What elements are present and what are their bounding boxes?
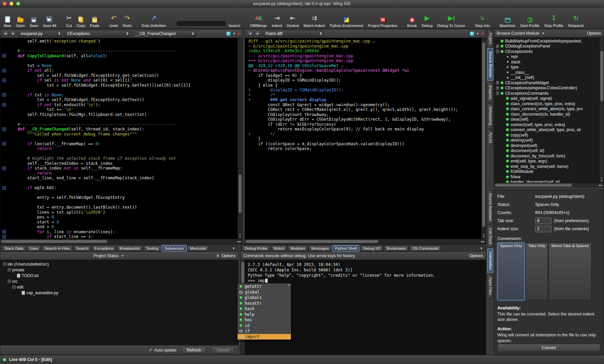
tab-breakpoints[interactable]: Breakpoints bbox=[117, 245, 143, 251]
tree-row[interactable]: -CExceptionInfo bbox=[494, 49, 599, 54]
toolbar-item-new[interactable]: New bbox=[1, 9, 13, 28]
toolbar-item-indent[interactable]: ⇥Indent bbox=[269, 9, 284, 28]
scrollbar-thumb[interactable] bbox=[246, 240, 378, 243]
fold-marker[interactable]: − bbox=[2, 166, 6, 170]
tree-row[interactable]: class_disconnect(cls, handler_id) bbox=[494, 112, 599, 117]
autocomplete-item[interactable]: hex bbox=[238, 317, 291, 323]
tab-testing[interactable]: Testing bbox=[143, 245, 161, 251]
fold-marker[interactable]: − bbox=[2, 230, 6, 234]
expander-icon[interactable]: - bbox=[496, 50, 499, 53]
autocomplete-item[interactable]: hash bbox=[238, 306, 291, 312]
forward-button[interactable]: ▶ bbox=[255, 31, 261, 36]
tree-row[interactable]: class_connect_while_alive(cls, type, pro bbox=[494, 107, 599, 112]
toolbar-item-cut[interactable]: ✂Cut bbox=[64, 9, 74, 28]
horizontal-scrollbar[interactable] bbox=[494, 183, 604, 187]
svn-view-dropdown[interactable]: Project Status bbox=[93, 253, 119, 258]
browse-mode-dropdown[interactable]: Browse Current Module bbox=[497, 31, 539, 36]
autocomplete-item[interactable]: if bbox=[238, 328, 291, 334]
shell-prompt-line[interactable]: >>> imp bbox=[248, 278, 435, 283]
tree-row[interactable]: -private bbox=[2, 267, 237, 273]
cancel-button[interactable]: Cancel bbox=[212, 346, 234, 354]
chevron-down-icon[interactable]: ▼ bbox=[476, 32, 479, 35]
tree-row[interactable]: connect(self, type, proc, extra) bbox=[494, 122, 599, 127]
editor-tools-icon[interactable] bbox=[470, 31, 474, 36]
scrollbar-thumb[interactable] bbox=[495, 184, 572, 187]
tab-debug-probe[interactable]: Debug Probe bbox=[242, 245, 270, 251]
tree-row[interactable]: clear(self) bbox=[494, 117, 599, 122]
symbol-dropdown[interactable]: __CB_FrameChanged bbox=[132, 30, 196, 37]
toolbar-item-paste[interactable]: Paste bbox=[88, 9, 102, 28]
auto-update-checkbox[interactable]: ✓ Auto-update bbox=[149, 347, 176, 353]
tree-row[interactable]: disconnect(self, id) bbox=[494, 148, 599, 154]
scrollbar-arrows-icon[interactable] bbox=[481, 240, 485, 243]
scroll-down-icon[interactable]: ▼ bbox=[288, 337, 290, 340]
expander-icon[interactable]: + bbox=[496, 87, 499, 90]
toolbar-item-start-profile[interactable]: Start Profile bbox=[518, 9, 542, 28]
titlebar[interactable]: excpanel.py (debug/client): ide-5.0-qt.w… bbox=[0, 0, 604, 7]
tree-row[interactable]: BuildMarkupFromExceptionInfo(expanded, bbox=[494, 38, 599, 44]
toolbar-item-open[interactable]: Open bbox=[13, 9, 27, 28]
scrollbar-arrows-icon[interactable] bbox=[237, 240, 241, 243]
vtab-snippets[interactable]: Snippets bbox=[487, 82, 493, 102]
toolbar-item-redo[interactable]: ↷Redo bbox=[120, 9, 134, 28]
tab-menu-icon[interactable]: ▼ bbox=[478, 247, 485, 250]
tree-row[interactable]: -ide (/Users/sdeibel/src) bbox=[2, 261, 237, 267]
back-button[interactable]: ◀ bbox=[2, 31, 8, 36]
scrollbar-thumb[interactable] bbox=[1, 240, 107, 243]
tab-python-shell[interactable]: Python Shell bbox=[332, 245, 360, 251]
toolbar-item-project-props[interactable]: Project Properties bbox=[365, 9, 400, 28]
scrollbar-thumb[interactable] bbox=[482, 42, 485, 227]
expander-icon[interactable]: - bbox=[496, 92, 499, 95]
code-area[interactable]: self.emit('exception-changed') #--------… bbox=[8, 38, 238, 239]
expander-icon[interactable]: + bbox=[496, 81, 499, 84]
tree-row[interactable]: cap_autoeditor.py bbox=[2, 290, 237, 296]
tab-uses[interactable]: Uses bbox=[27, 245, 41, 251]
autocomplete-item[interactable]: getattr bbox=[238, 284, 291, 290]
toolbar-item-diff-merge[interactable]: Diff/Merge bbox=[248, 9, 270, 28]
autocomplete-item[interactable]: globals bbox=[238, 295, 291, 301]
vtab-refactoring[interactable]: Refactoring bbox=[487, 103, 493, 128]
fold-marker[interactable]: − bbox=[2, 54, 6, 58]
tree-row[interactable]: +CExceptionPanelWidget bbox=[494, 80, 599, 86]
tree-row[interactable]: fI18NModule bbox=[494, 169, 599, 175]
autocomplete-item[interactable]: id bbox=[238, 323, 291, 329]
tree-row[interactable]: __init__(self) bbox=[494, 75, 599, 81]
scrollbar-arrows-icon[interactable] bbox=[600, 177, 604, 182]
tab-exceptions[interactable]: Exceptions bbox=[92, 245, 116, 251]
toolbar-item-stop-profile[interactable]: ↧Stop Profile bbox=[542, 9, 566, 28]
tree-row[interactable]: emit(self, type, args) bbox=[494, 159, 599, 164]
toolbar-item-match-indent[interactable]: ⇉Match Indent bbox=[301, 9, 328, 28]
tab-subversion[interactable]: Subversion bbox=[162, 245, 187, 251]
toolbar-item-python-env[interactable]: Python Environment bbox=[327, 9, 365, 28]
fold-marker[interactable]: − bbox=[2, 186, 6, 190]
tree-row[interactable]: +CExceptions(wingview.CViewController) bbox=[494, 86, 599, 91]
fold-gutter[interactable]: −−−−−−−−−−− bbox=[0, 38, 8, 239]
back-button[interactable]: ◀ bbox=[247, 31, 253, 36]
autocomplete-item[interactable]: help bbox=[238, 312, 291, 317]
fold-marker[interactable]: − bbox=[2, 235, 6, 239]
tab-messages[interactable]: Messages bbox=[308, 245, 331, 251]
horizontal-scrollbar[interactable] bbox=[245, 239, 486, 244]
tab-mercurial[interactable]: Mercurial bbox=[187, 245, 209, 251]
conv-tab-spaces-only[interactable]: Spaces Only bbox=[497, 243, 525, 300]
toolbar-item-debug[interactable]: ▶Debug bbox=[419, 9, 435, 28]
toolbar-item-copy[interactable]: Copy bbox=[74, 9, 88, 28]
fold-marker[interactable]: − bbox=[2, 79, 6, 82]
close-panel-icon[interactable]: × bbox=[217, 253, 219, 258]
expander-icon[interactable]: - bbox=[8, 268, 11, 271]
toolbar-item-debug-to-cursor[interactable]: ▶Debug To Cursor bbox=[435, 9, 468, 28]
fold-marker[interactable]: − bbox=[2, 103, 6, 107]
tab-search[interactable]: Search bbox=[74, 245, 91, 251]
tree-row[interactable]: TODO.txt bbox=[2, 273, 237, 278]
expander-icon[interactable]: - bbox=[3, 263, 6, 266]
tree-row[interactable]: +CDebugExceptionsPanel bbox=[494, 44, 599, 49]
scroll-up-icon[interactable]: ▲ bbox=[288, 283, 290, 286]
forward-button[interactable]: ▶ bbox=[10, 31, 16, 36]
scrollbar-arrows-icon[interactable] bbox=[482, 233, 486, 238]
options-button[interactable]: Options bbox=[469, 253, 483, 258]
tree-row[interactable]: destroyed(self) bbox=[494, 143, 599, 148]
tab-size-input[interactable] bbox=[535, 218, 551, 224]
tree-row[interactable]: handler_disconnect(self, id) bbox=[494, 180, 599, 183]
tree-row[interactable]: -edit bbox=[2, 284, 237, 290]
fold-marker[interactable]: − bbox=[2, 93, 6, 97]
